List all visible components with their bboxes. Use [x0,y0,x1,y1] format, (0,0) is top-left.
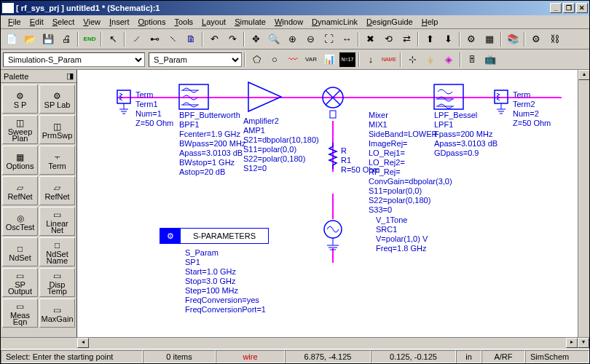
palette-item-6[interactable]: ▱RefNet [2,176,38,205]
rotate-button[interactable]: ⟲ [379,31,397,47]
amp-symbol[interactable] [245,79,285,115]
mixer-symbol[interactable] [321,86,345,121]
shape-circle-button[interactable]: ○ [266,52,283,68]
menu-tools[interactable]: Tools [170,16,197,28]
menu-dynamiclink[interactable]: DynamicLink [307,16,362,28]
menu-layout[interactable]: Layout [197,16,230,28]
lpf-symbol[interactable] [434,84,463,109]
diagonal-button[interactable]: ⟍ [164,31,181,47]
component2-button[interactable]: ▦ [481,31,498,47]
library-button[interactable]: 📚 [504,31,522,47]
menu-help[interactable]: Help [417,16,443,28]
horizontal-scrollbar[interactable]: ◂ ▸ ▾ [1,337,589,349]
sparam-box[interactable]: ⚙ S-PARAMETERS [160,228,269,244]
status-layer: A/RF [481,350,525,363]
close-button[interactable]: ✕ [576,3,588,13]
schematic-canvas[interactable]: Term Term1 Num=1 Z=50 Ohm BPF_Butterwort… [77,70,578,337]
palette-item-5[interactable]: ⫟Term [39,146,75,175]
scroll-down-button[interactable]: ▾ [578,338,589,348]
palette-item-13[interactable]: ▭Disp Temp [39,268,75,297]
menu-simulate[interactable]: Simulate [230,16,270,28]
scroll-right-button[interactable]: ▸ [566,338,578,348]
var-button[interactable]: VAR [302,52,320,68]
palette-title-bar: Palette ◨ [1,70,76,83]
scroll-up-button[interactable]: ▴ [578,70,589,80]
net-button[interactable]: N=17 [339,52,356,68]
status-mode: wire [216,350,285,363]
scroll-left-button[interactable]: ◂ [77,338,89,348]
palette-item-9[interactable]: ▭Linear Net [39,207,75,236]
app-icon [2,3,14,13]
zoom-in-button[interactable]: ⊕ [283,31,301,47]
maximize-button[interactable]: ❐ [563,3,575,13]
redo-button[interactable]: ↷ [224,31,241,47]
menu-file[interactable]: File [4,16,25,28]
component1-button[interactable]: ⚙ [463,31,480,47]
shape-pentagon-button[interactable]: ⬠ [248,52,265,68]
hierarchy-up-button[interactable]: ⬆ [421,31,438,47]
move-button[interactable]: ✥ [247,31,264,47]
palette-item-1[interactable]: ⚙SP Lab [39,84,75,114]
palette-item-3[interactable]: ◫PrmSwp [39,115,75,144]
menu-window[interactable]: Window [270,16,307,28]
menu-select[interactable]: Select [48,16,79,28]
status-bar: Select: Enter the starting point 0 items… [1,349,589,363]
name-button[interactable]: NAME [380,52,398,68]
src-symbol[interactable] [323,219,343,263]
term2-label: Term Term2 Num=2 Z=50 Ohm [513,90,551,128]
component-dropdown[interactable]: S_Param [149,52,242,67]
palette-item-0[interactable]: ⚙S P [2,84,38,114]
category-dropdown[interactable]: Simulation-S_Param [3,52,145,67]
zoom-area-button[interactable]: 🔍 [265,31,283,47]
tune-button[interactable]: 🎚 [463,52,481,68]
save-button[interactable]: 💾 [39,31,57,47]
sparam-box-label: S-PARAMETERS [181,232,268,240]
palette-item-11[interactable]: □NdSet Name [39,237,75,266]
print-button[interactable]: 🖨 [58,31,75,47]
results-button[interactable]: ⛓ [546,31,563,47]
menu-insert[interactable]: Insert [105,16,134,28]
palette-item-10[interactable]: □NdSet [2,237,38,266]
status-sim: SimSchem [525,350,589,363]
chart-button[interactable]: 📊 [320,52,338,68]
palette-item-8[interactable]: ◎OscTest [2,207,38,236]
menu-options[interactable]: Options [134,16,170,28]
push-button[interactable]: ↓ [362,52,379,68]
zoom-out-button[interactable]: ⊖ [302,31,319,47]
mirror-button[interactable]: ⇄ [398,31,415,47]
wire-button[interactable]: ⟋ [127,31,145,47]
connect-button[interactable]: ⊷ [146,31,163,47]
bpf-symbol[interactable] [179,84,208,109]
palette-item-2[interactable]: ◫Sweep Plan [2,115,38,144]
new-button[interactable]: 📄 [3,31,20,47]
hierarchy-down-button[interactable]: ⬇ [439,31,457,47]
minimize-button[interactable]: _ [550,3,562,13]
open-button[interactable]: 📂 [21,31,39,47]
menu-view[interactable]: View [79,16,105,28]
titlebar: [ rf_sys_prj ] untitled1 * (Schematic):1… [1,1,589,15]
palette-panel: Palette ◨ ⚙S P⚙SP Lab◫Sweep Plan◫PrmSwp▦… [1,70,77,337]
zoom-fit-button[interactable]: ⛶ [320,31,337,47]
palette-pin-icon[interactable]: ◨ [66,71,74,81]
ground-button[interactable]: ⏚ [422,52,439,68]
port-button[interactable]: ◈ [440,52,457,68]
palette-item-15[interactable]: ▭MaxGain [39,298,75,328]
snap-button[interactable]: ⊹ [404,52,421,68]
palette-item-14[interactable]: ▭Meas Eqn [2,298,38,328]
menu-edit[interactable]: Edit [25,16,48,28]
r1-symbol[interactable] [327,143,339,172]
cursor-button[interactable]: ↖ [104,31,122,47]
menu-designguide[interactable]: DesignGuide [362,16,417,28]
display-button[interactable]: 📺 [481,52,499,68]
pan-button[interactable]: ↔ [338,31,355,47]
undo-button[interactable]: ↶ [205,31,223,47]
palette-item-12[interactable]: ▭SP Output [2,268,38,297]
palette-item-4[interactable]: ▦Options [2,146,38,175]
vertical-scrollbar[interactable]: ▴ [578,70,589,337]
delete-button[interactable]: ✖ [361,31,379,47]
end-button[interactable]: END [81,31,98,47]
wire-tool-button[interactable]: 〰 [284,52,302,68]
simulate-button[interactable]: ⚙ [527,31,545,47]
palette-item-7[interactable]: ▱RefNet [39,176,75,205]
text-button[interactable]: 🗎 [182,31,200,47]
